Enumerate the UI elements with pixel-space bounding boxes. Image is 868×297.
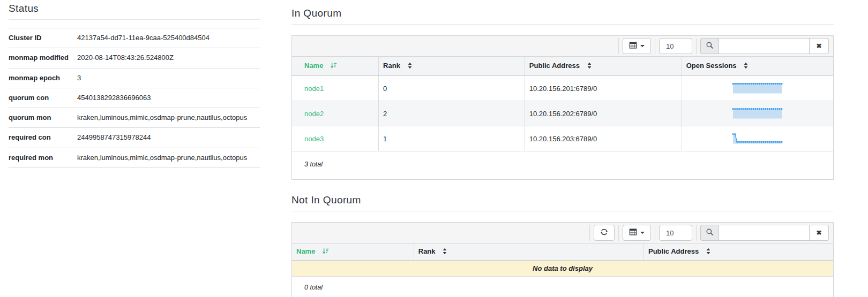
rank-cell: 2 [379, 101, 525, 126]
status-row: required mon kraken,luminous,mimic,osdma… [9, 148, 260, 167]
table-total-count: 0 total [292, 277, 833, 297]
search-icon-addon [700, 225, 719, 241]
open-sessions-sparkline [732, 108, 783, 119]
status-row: Cluster ID 42137a54-dd71-11ea-9caa-52540… [9, 28, 260, 48]
caret-down-icon [640, 45, 645, 47]
status-row: monmap epoch 3 [9, 68, 260, 88]
monitor-link[interactable]: node3 [304, 135, 324, 143]
rank-cell: 0 [379, 76, 525, 101]
toolbar-divider [655, 38, 655, 54]
sort-icon [442, 248, 447, 256]
status-value: 3 [77, 68, 260, 88]
toolbar-divider [618, 225, 619, 241]
status-row: required con 2449958747315978244 [9, 128, 260, 148]
table-row: node2 2 10.20.156.202:6789/0 [292, 101, 833, 126]
search-input[interactable] [719, 225, 810, 241]
clear-icon: ✖ [816, 42, 821, 50]
status-value: 2020-08-14T08:43:26.524800Z [77, 48, 260, 68]
not-in-quorum-toolbar: ✖ [292, 223, 833, 243]
monitor-link[interactable]: node1 [304, 85, 324, 93]
column-header-rank[interactable]: Rank [414, 243, 643, 261]
open-sessions-cell [682, 126, 833, 151]
in-quorum-header-row: Name [292, 57, 833, 76]
column-header-public-address[interactable]: Public Address [644, 243, 834, 261]
column-header-label: Name [296, 247, 315, 255]
open-sessions-cell [682, 101, 833, 126]
not-in-quorum-section: Not In Quorum [291, 194, 834, 297]
status-value: 42137a54-dd71-11ea-9caa-525400d84504 [77, 28, 260, 48]
table-row: node1 0 10.20.156.201:6789/0 [292, 76, 833, 101]
page-size-input[interactable] [659, 225, 692, 241]
column-header-name[interactable]: Name [292, 57, 379, 76]
toolbar-divider [655, 225, 655, 241]
column-header-label: Public Address [529, 62, 580, 70]
monitor-link[interactable]: node2 [304, 110, 324, 118]
column-header-label: Open Sessions [686, 62, 737, 70]
column-header-label: Public Address [648, 247, 699, 255]
column-picker-button[interactable] [623, 225, 651, 241]
toolbar-divider [618, 38, 619, 54]
status-value: kraken,luminous,mimic,osdmap-prune,nauti… [77, 148, 260, 167]
status-value: 4540138292836696063 [77, 88, 260, 108]
column-header-open-sessions[interactable]: Open Sessions [682, 57, 833, 76]
not-in-quorum-datatable: ✖ Name [291, 222, 834, 297]
page-size-input[interactable] [659, 38, 692, 54]
clear-search-button[interactable]: ✖ [810, 225, 829, 241]
status-value: 2449958747315978244 [77, 128, 260, 148]
status-panel: Status Cluster ID 42137a54-dd71-11ea-9ca… [9, 3, 260, 168]
status-row: quorum mon kraken,luminous,mimic,osdmap-… [9, 108, 260, 128]
column-picker-button[interactable] [623, 38, 651, 54]
public-address-cell: 10.20.156.203:6789/0 [525, 126, 682, 151]
in-quorum-datatable: ✖ Name [291, 35, 834, 180]
open-sessions-cell [682, 76, 833, 101]
table-icon [629, 228, 637, 238]
search-icon-addon [700, 38, 719, 54]
clear-icon: ✖ [816, 229, 821, 237]
status-row: monmap modified 2020-08-14T08:43:26.5248… [9, 48, 260, 68]
column-header-rank[interactable]: Rank [379, 57, 525, 76]
status-title: Status [9, 3, 260, 20]
sort-icon [407, 63, 413, 71]
monitor-name-cell: node3 [292, 126, 379, 151]
column-header-name[interactable]: Name [292, 243, 414, 261]
status-label: monmap modified [9, 48, 77, 68]
sort-icon [706, 248, 711, 256]
table-row: node3 1 10.20.156.203:6789/0 [292, 126, 833, 151]
rank-cell: 1 [379, 126, 525, 151]
no-data-message: No data to display [292, 261, 833, 277]
search-input[interactable] [719, 38, 810, 54]
sort-amount-down-icon [322, 248, 329, 256]
status-value: kraken,luminous,mimic,osdmap-prune,nauti… [77, 108, 260, 128]
status-label: Cluster ID [9, 28, 77, 48]
status-label: quorum con [9, 88, 77, 108]
status-row: quorum con 4540138292836696063 [9, 88, 260, 108]
status-label: quorum mon [9, 108, 77, 128]
status-label: required con [9, 128, 77, 148]
toolbar-divider [696, 225, 697, 241]
status-label: required mon [9, 148, 77, 167]
column-header-label: Rank [418, 247, 436, 255]
toolbar-divider [589, 225, 590, 241]
in-quorum-table: Name [292, 56, 833, 151]
refresh-button[interactable] [594, 225, 615, 241]
search-group: ✖ [700, 225, 829, 241]
status-table-header-spacer [9, 20, 260, 28]
in-quorum-toolbar: ✖ [292, 36, 833, 56]
status-table: Cluster ID 42137a54-dd71-11ea-9caa-52540… [9, 28, 260, 168]
table-icon [629, 41, 637, 51]
not-in-quorum-header-row: Name [292, 243, 833, 261]
status-label: monmap epoch [9, 68, 77, 88]
clear-search-button[interactable]: ✖ [810, 38, 829, 54]
public-address-cell: 10.20.156.201:6789/0 [525, 76, 682, 101]
public-address-cell: 10.20.156.202:6789/0 [525, 101, 682, 126]
not-in-quorum-table: Name [292, 243, 833, 277]
open-sessions-sparkline [732, 133, 783, 144]
monitor-name-cell: node1 [292, 76, 379, 101]
in-quorum-title: In Quorum [291, 7, 834, 25]
toolbar-divider [696, 38, 697, 54]
search-icon [706, 228, 714, 238]
sort-icon [743, 63, 749, 71]
monitor-name-cell: node2 [292, 101, 379, 126]
column-header-public-address[interactable]: Public Address [525, 57, 682, 76]
open-sessions-sparkline [732, 82, 783, 94]
